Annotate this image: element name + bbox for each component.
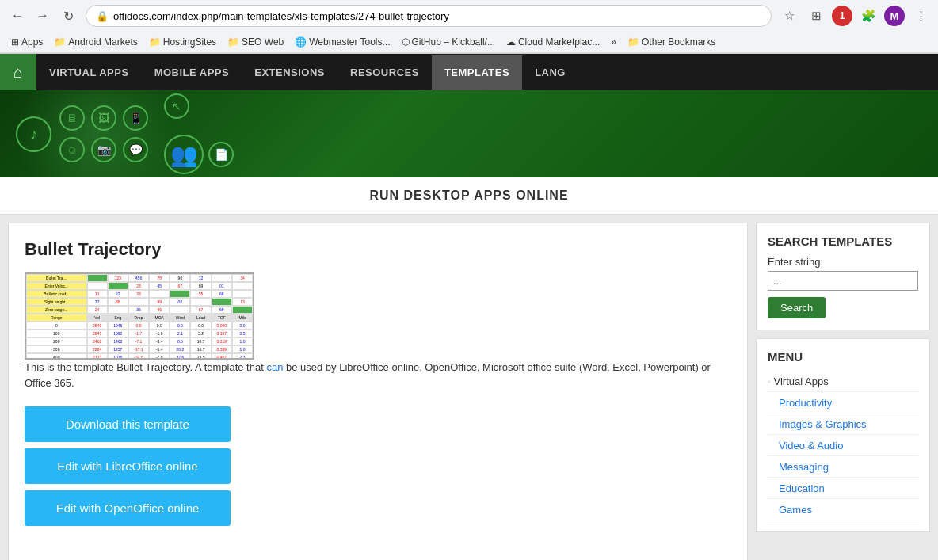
- avatar[interactable]: M: [884, 6, 905, 26]
- nav-extensions[interactable]: EXTENSIONS: [242, 55, 337, 90]
- bookmark-github[interactable]: ⬡ GitHub – Kickball/...: [397, 34, 500, 50]
- sp-cell: [108, 306, 128, 314]
- reload-button[interactable]: ↻: [57, 5, 79, 27]
- menu-item-games[interactable]: Games: [768, 499, 918, 520]
- sp-cell: 1076: [108, 353, 128, 360]
- sp-cell: [149, 290, 170, 298]
- menu-item-education[interactable]: Education: [768, 478, 918, 499]
- sp-cell: 2.3: [232, 353, 253, 360]
- menu-link-video[interactable]: Video & Audio: [779, 440, 843, 451]
- menu-link-images[interactable]: Images & Graphics: [779, 418, 867, 430]
- webmaster-bookmark-icon: 🌐: [295, 36, 307, 48]
- menu-item-label: Virtual Apps: [774, 375, 829, 387]
- bookmark-other[interactable]: 📁 Other Bookmarks: [623, 34, 720, 50]
- bookmark-more[interactable]: »: [606, 34, 621, 50]
- bookmark-seo[interactable]: 📁 SEO Web: [223, 34, 288, 50]
- menu-item-productivity[interactable]: Productivity: [768, 392, 918, 413]
- bookmark-hosting-label: HostingSites: [163, 36, 216, 48]
- sp-cell: [170, 290, 190, 298]
- sp-cell: Zero range...: [26, 306, 87, 314]
- edit-openoffice-button[interactable]: Edit with OpenOffice online: [25, 490, 231, 526]
- bookmark-cloud[interactable]: ☁ Cloud Marketplac...: [501, 34, 604, 50]
- sp-cell: Sight height...: [26, 298, 87, 306]
- sp-cell: 300: [26, 345, 87, 353]
- sp-cell: 0.0: [149, 322, 170, 330]
- sp-cell: 00: [170, 298, 190, 306]
- edit-libreoffice-button[interactable]: Edit with LibreOffice online: [25, 448, 231, 484]
- sp-cell: 2113: [87, 353, 108, 360]
- sp-cell: Eng: [108, 314, 128, 322]
- hero-banner: ♪ 🖥 🖼 📱 ☺ 📷 💬 ↖ 👥 📄: [0, 90, 938, 177]
- menu-title: MENU: [768, 350, 918, 364]
- apps-bookmark-icon: ⊞: [11, 36, 19, 48]
- bookmark-hosting[interactable]: 📁 HostingSites: [144, 34, 221, 50]
- sp-cell: 8.6: [170, 337, 190, 345]
- sp-cell: -7.8: [149, 353, 170, 360]
- search-button[interactable]: Search: [768, 297, 826, 318]
- hero-group-icon: 👥: [164, 135, 204, 174]
- menu-link-education[interactable]: Education: [779, 482, 825, 494]
- menu-item-messaging[interactable]: Messaging: [768, 456, 918, 478]
- bookmark-apps-label: Apps: [21, 36, 43, 48]
- sp-data-cell: 456: [128, 274, 149, 282]
- desc-link[interactable]: can: [266, 361, 283, 373]
- page-headline: RUN DESKTOP APPS ONLINE: [0, 177, 938, 215]
- hero-icon-camera: 📷: [91, 137, 116, 162]
- sp-cell: 1945: [108, 322, 128, 330]
- sp-cell: 24: [87, 306, 108, 314]
- bookmark-apps[interactable]: ⊞ Apps: [6, 34, 48, 50]
- download-button[interactable]: Download this template: [25, 406, 231, 442]
- hero-icon-doc: 📄: [208, 142, 234, 167]
- menu-link-games[interactable]: Games: [779, 504, 812, 516]
- ext-badge[interactable]: 1: [832, 6, 852, 26]
- nav-virtual-apps[interactable]: VIRTUAL APPS: [36, 55, 142, 90]
- sp-cell: 1462: [108, 337, 128, 345]
- sp-cell: 0.107: [212, 330, 232, 337]
- menu-item-images[interactable]: Images & Graphics: [768, 413, 918, 435]
- site-nav: VIRTUAL APPS MOBILE APPS EXTENSIONS RESO…: [36, 55, 578, 90]
- sp-cell: [212, 298, 232, 306]
- nav-lang[interactable]: LANG: [522, 55, 578, 90]
- sp-cell: 2.1: [170, 330, 190, 337]
- bookmark-cloud-label: Cloud Marketplac...: [518, 36, 600, 48]
- sp-cell: 0: [26, 322, 87, 330]
- more-menu-icon[interactable]: ⋮: [909, 5, 932, 27]
- bookmark-webmaster[interactable]: 🌐 Webmaster Tools...: [290, 34, 395, 50]
- sp-cell: Ballistic coef...: [26, 290, 87, 298]
- sp-cell: [87, 282, 108, 290]
- sp-cell: 0.0: [128, 322, 149, 330]
- address-bar[interactable]: 🔒 offidocs.com/index.php/main-templates/…: [86, 5, 772, 27]
- sp-cell: -7.1: [128, 337, 149, 345]
- sp-cell: 1.6: [232, 345, 253, 353]
- sp-cell: 2840: [87, 322, 108, 330]
- extensions-icon[interactable]: ⊞: [805, 5, 827, 27]
- puzzle-icon[interactable]: 🧩: [857, 5, 879, 27]
- browser-toolbar: ← → ↻ 🔒 offidocs.com/index.php/main-temp…: [0, 0, 938, 32]
- home-icon: ⌂: [13, 63, 23, 82]
- sp-cell: 88: [108, 298, 128, 306]
- sp-cell: TOF: [212, 314, 232, 322]
- bookmark-android[interactable]: 📁 Android Markets: [49, 34, 142, 50]
- sp-cell: Range: [26, 314, 87, 322]
- forward-button[interactable]: →: [32, 5, 54, 27]
- sp-cell: 10.7: [190, 337, 211, 345]
- back-button[interactable]: ←: [6, 5, 29, 27]
- nav-templates[interactable]: TEMPLATES: [432, 55, 522, 90]
- star-icon[interactable]: ☆: [778, 5, 800, 27]
- home-button[interactable]: ⌂: [0, 54, 36, 90]
- menu-link-productivity[interactable]: Productivity: [779, 397, 832, 409]
- nav-resources[interactable]: RESOURCES: [337, 55, 432, 90]
- sp-cell: 5.2: [190, 330, 211, 337]
- search-input[interactable]: [768, 271, 918, 291]
- sp-cell: 01: [212, 282, 232, 290]
- nav-mobile-apps[interactable]: MOBILE APPS: [142, 55, 242, 90]
- bookmark-github-label: GitHub – Kickball/...: [412, 36, 495, 48]
- menu-link-messaging[interactable]: Messaging: [779, 461, 829, 473]
- sp-cell: 46: [149, 306, 170, 314]
- sp-cell: 0.219: [212, 337, 232, 345]
- sp-cell: -1.7: [128, 330, 149, 337]
- menu-item-video[interactable]: Video & Audio: [768, 435, 918, 456]
- hero-icon-screen: 🖥: [59, 105, 85, 131]
- sp-cell: 67: [170, 282, 190, 290]
- sp-cell: Mils: [232, 314, 253, 322]
